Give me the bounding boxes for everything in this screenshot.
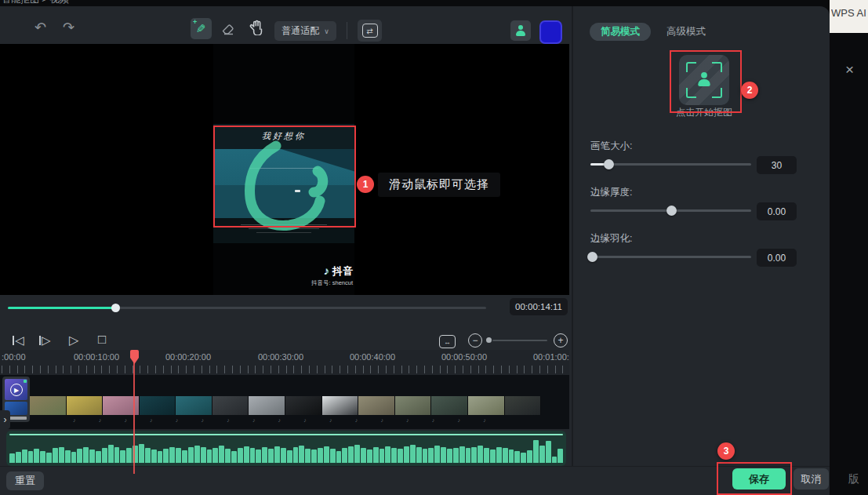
waveform-bar (546, 441, 551, 463)
clip-audio-mark-icon: ♪ (176, 417, 179, 423)
zoom-slider-thumb[interactable] (486, 337, 492, 343)
clip-audio-mark-icon: ♪ (278, 417, 281, 423)
waveform-bar (169, 447, 175, 463)
preview-area[interactable]: 我好想你 (0, 44, 569, 295)
zoom-in-button[interactable]: + (554, 333, 568, 348)
waveform-bar (287, 450, 292, 463)
edge-thickness-label: 边缘厚度: (590, 186, 632, 199)
cancel-button[interactable]: 取消 (794, 468, 829, 490)
waveform-bar (71, 452, 77, 463)
clip-thumbnail[interactable] (212, 396, 249, 415)
clip-thumbnail[interactable] (431, 396, 468, 415)
eraser-tool-button[interactable] (220, 21, 235, 39)
edge-feather-value[interactable]: 0.00 (757, 249, 797, 267)
stop-button[interactable]: □ (98, 332, 106, 348)
timeline-ruler[interactable]: :00:0000:00:10:0000:00:20:0000:00:30:000… (0, 350, 569, 375)
edge-thickness-value[interactable]: 0.00 (757, 202, 797, 220)
waveform-bar (398, 449, 403, 463)
waveform-bar (256, 450, 261, 463)
volume-line[interactable] (9, 434, 563, 435)
progress-fill (8, 307, 115, 309)
clip-thumbnail[interactable] (505, 396, 542, 415)
prev-frame-button[interactable]: ◁ (13, 333, 24, 348)
brush-size-slider[interactable] (590, 159, 751, 169)
fit-timeline-button[interactable]: ↔ (439, 335, 456, 348)
brush-tooltip: 滑动鼠标即可选择 (378, 173, 500, 197)
ruler-ticks (2, 366, 568, 373)
save-button[interactable]: 保存 (732, 468, 786, 490)
clip-thumbnail[interactable] (249, 396, 285, 415)
watermark: ♪ 抖音 抖音号: shencut (306, 264, 353, 287)
slider-thumb[interactable] (604, 159, 614, 169)
clip-thumbnail[interactable] (358, 396, 395, 415)
waveform-bar (158, 451, 163, 463)
tab-simple-mode[interactable]: 简易模式 (590, 23, 651, 41)
waveform-bar (126, 448, 132, 463)
current-time: 00:00:14:11 (510, 298, 568, 315)
hand-icon (249, 20, 263, 35)
background-app-brand: WPS AI (831, 7, 867, 19)
annotation-rect-cutout (670, 50, 742, 113)
waveform-bar (89, 450, 95, 463)
waveform-bar (361, 448, 366, 463)
clip-thumbnail[interactable] (140, 396, 176, 415)
waveform-bar (22, 450, 27, 463)
clip-audio-mark-icon: ♪ (99, 417, 102, 423)
hand-tool-button[interactable] (249, 20, 263, 38)
clip-thumbnail[interactable] (395, 396, 432, 415)
clip-thumbnail[interactable] (285, 396, 322, 415)
zoom-out-button[interactable]: − (468, 333, 482, 348)
next-frame-button[interactable]: ▷ (39, 333, 51, 348)
waveform-bar (77, 449, 82, 463)
slider-thumb[interactable] (587, 252, 597, 262)
waveform-bar (527, 450, 532, 463)
portrait-mask-button[interactable] (510, 20, 531, 41)
waveform-bar (238, 448, 243, 463)
brush-size-value[interactable]: 30 (757, 156, 797, 174)
waveform-bar (262, 447, 267, 463)
timeline-zoom-slider[interactable] (486, 335, 547, 344)
clip-thumbnail[interactable] (468, 396, 505, 415)
waveform-bar (182, 450, 187, 463)
seek-bar[interactable] (8, 303, 486, 312)
brush-tool-button[interactable]: ✎ + (191, 18, 212, 39)
waveform-bar (274, 446, 280, 463)
waveform-bar (9, 453, 15, 463)
redo-button[interactable]: ↷ (63, 20, 74, 35)
close-icon[interactable]: × (845, 61, 854, 78)
clip-thumbnail[interactable] (176, 396, 212, 415)
waveform-bar (305, 449, 311, 463)
edge-thickness-slider[interactable] (590, 206, 751, 216)
video-thumbnails[interactable] (30, 396, 541, 415)
compare-icon: ⇄ (362, 24, 378, 38)
slider-thumb[interactable] (666, 206, 677, 216)
screen: WPS AI × 版 智能抠图 > 视频 ↶ ↷ ✎ + (0, 0, 868, 495)
tab-advanced-mode[interactable]: 高级模式 (661, 23, 711, 41)
undo-button[interactable]: ↶ (35, 20, 46, 35)
audio-clip[interactable] (6, 431, 566, 466)
annotation-badge-3: 3 (717, 442, 735, 460)
fit-mode-select[interactable]: 普通适配 ∨ (274, 21, 336, 41)
waveform-bar (348, 446, 354, 463)
waveform-bar (83, 447, 89, 463)
reset-button[interactable]: 重置 (6, 471, 44, 490)
prev-frame-icon: ◁ (15, 333, 24, 348)
watermark-brand: 抖音 (332, 265, 353, 277)
edge-feather-slider[interactable] (590, 252, 751, 262)
clip-thumbnail[interactable] (67, 396, 104, 415)
progress-thumb[interactable] (111, 304, 120, 312)
waveform-bar (391, 448, 397, 463)
color-swatch-blue[interactable] (539, 20, 562, 44)
clip-thumbnail[interactable] (322, 396, 359, 415)
clip-thumbnail[interactable] (30, 396, 67, 415)
waveform-bar (490, 450, 496, 463)
waveform-bar (201, 447, 206, 463)
track-marks: ♪♪♪♪♪♪♪♪♪♪♪♪♪♪♪♪♪ (0, 417, 569, 425)
status-dot (24, 380, 27, 383)
ruler-timecode: 00:00:30:00 (258, 352, 303, 362)
play-button[interactable]: ▷ (69, 333, 78, 348)
compare-button[interactable]: ⇄ (358, 20, 382, 42)
chevron-down-icon: ∨ (324, 27, 329, 35)
waveform-bar (139, 444, 144, 463)
waveform-bar (250, 448, 256, 463)
